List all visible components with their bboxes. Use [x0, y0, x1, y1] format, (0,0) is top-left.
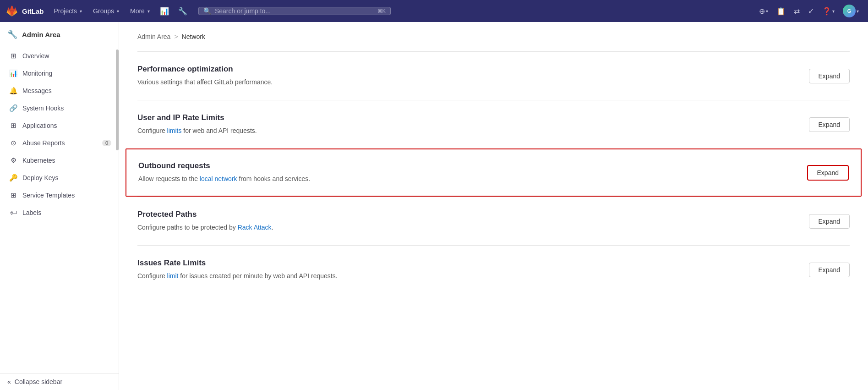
abuse-reports-icon: ⊙ [9, 139, 18, 147]
search-icon: 🔍 [203, 7, 211, 15]
section-user-ip-rate-limits-info: User and IP Rate Limits Configure limits… [137, 113, 800, 136]
breadcrumb: Admin Area > Network [137, 33, 850, 40]
section-protected-paths-desc: Configure paths to be protected by Rack … [137, 223, 800, 232]
more-label: More [130, 7, 145, 15]
collapse-sidebar-btn[interactable]: « Collapse sidebar [0, 373, 119, 390]
section-protected-paths-title: Protected Paths [137, 210, 800, 219]
sidebar-item-deploy-keys-label: Deploy Keys [22, 174, 59, 181]
issues-icon: ✓ [808, 7, 814, 16]
issues-limit-link[interactable]: limit [167, 272, 179, 280]
section-performance-optimization: Performance optimization Various setting… [137, 51, 850, 100]
projects-label: Projects [54, 7, 77, 15]
gitlab-logo[interactable]: GitLab [5, 5, 44, 17]
help-btn[interactable]: ❓ ▾ [819, 4, 838, 18]
breadcrumb-separator: > [174, 33, 178, 40]
help-icon: ❓ [822, 7, 831, 16]
expand-outbound-btn[interactable]: Expand [807, 165, 849, 181]
expand-protected-paths-btn[interactable]: Expand [809, 214, 850, 229]
search-placeholder: Search or jump to... [215, 7, 374, 15]
section-outbound-requests-title: Outbound requests [138, 161, 798, 170]
sidebar-item-applications[interactable]: ⊞ Applications [0, 117, 119, 134]
monitoring-icon: 📊 [9, 69, 18, 77]
local-network-link[interactable]: local network [200, 175, 237, 182]
section-user-ip-rate-limits-title: User and IP Rate Limits [137, 113, 800, 122]
nav-right-actions: ⊕ ▾ 📋 ⇄ ✓ ❓ ▾ G ▾ [755, 2, 863, 20]
messages-icon: 🔔 [9, 87, 18, 95]
sidebar-item-messages[interactable]: 🔔 Messages [0, 82, 119, 99]
mr-btn[interactable]: ⇄ [790, 4, 803, 18]
wrench-icon: 🔧 [178, 7, 187, 16]
deploy-keys-icon: 🔑 [9, 174, 18, 182]
scroll-indicator [116, 49, 119, 150]
groups-chevron-icon: ▾ [117, 9, 119, 14]
section-protected-paths: Protected Paths Configure paths to be pr… [137, 197, 850, 245]
sidebar-item-deploy-keys[interactable]: 🔑 Deploy Keys [0, 169, 119, 187]
sidebar-item-service-templates[interactable]: ⊞ Service Templates [0, 187, 119, 204]
sidebar-item-overview-label: Overview [22, 52, 49, 60]
sidebar-item-monitoring[interactable]: 📊 Monitoring [0, 65, 119, 82]
collapse-icon: « [7, 378, 11, 385]
more-nav-btn[interactable]: More ▾ [126, 5, 154, 17]
sidebar-title: Admin Area [22, 31, 60, 38]
help-chevron-icon: ▾ [832, 9, 835, 14]
section-issues-rate-limits-desc: Configure limit for issues created per m… [137, 271, 800, 281]
expand-rate-limits-btn[interactable]: Expand [809, 117, 850, 132]
section-performance-optimization-title: Performance optimization [137, 65, 800, 74]
section-performance-optimization-info: Performance optimization Various setting… [137, 65, 800, 87]
section-outbound-requests-desc: Allow requests to the local network from… [138, 174, 798, 184]
projects-chevron-icon: ▾ [80, 9, 82, 14]
sidebar-item-system-hooks-label: System Hooks [22, 104, 64, 112]
sidebar-item-abuse-reports[interactable]: ⊙ Abuse Reports 0 [0, 134, 119, 152]
content-area: Admin Area > Network Performance optimiz… [119, 22, 868, 390]
sidebar-item-abuse-reports-label: Abuse Reports [22, 139, 65, 147]
section-protected-paths-info: Protected Paths Configure paths to be pr… [137, 210, 800, 232]
breadcrumb-current: Network [182, 33, 205, 40]
rate-limits-link[interactable]: limits [167, 127, 182, 134]
sidebar: 🔧 Admin Area ⊞ Overview 📊 Monitoring 🔔 M… [0, 22, 119, 390]
sidebar-item-kubernetes[interactable]: ⚙ Kubernetes [0, 152, 119, 169]
breadcrumb-parent[interactable]: Admin Area [137, 33, 170, 40]
sidebar-item-labels-label: Labels [22, 209, 41, 216]
expand-performance-btn[interactable]: Expand [809, 69, 850, 83]
user-avatar-btn[interactable]: G ▾ [839, 2, 863, 20]
avatar: G [843, 5, 856, 17]
sidebar-item-monitoring-label: Monitoring [22, 70, 52, 77]
todo-btn[interactable]: 📋 [773, 4, 789, 18]
add-btn[interactable]: ⊕ ▾ [755, 4, 772, 18]
avatar-chevron-icon: ▾ [857, 9, 859, 14]
sidebar-item-kubernetes-label: Kubernetes [22, 157, 55, 164]
main-layout: 🔧 Admin Area ⊞ Overview 📊 Monitoring 🔔 M… [0, 22, 868, 390]
overview-icon: ⊞ [9, 52, 18, 60]
applications-icon: ⊞ [9, 121, 18, 130]
section-issues-rate-limits-title: Issues Rate Limits [137, 258, 800, 268]
groups-nav-btn[interactable]: Groups ▾ [88, 5, 124, 17]
kubernetes-icon: ⚙ [9, 156, 18, 165]
stats-icon: 📊 [160, 7, 169, 16]
projects-nav-btn[interactable]: Projects ▾ [49, 5, 87, 17]
top-navigation: GitLab Projects ▾ Groups ▾ More ▾ 📊 🔧 🔍 … [0, 0, 868, 22]
sidebar-item-applications-label: Applications [22, 122, 57, 129]
section-performance-optimization-desc: Various settings that affect GitLab perf… [137, 77, 800, 87]
wrench-icon-btn[interactable]: 🔧 [175, 4, 191, 18]
logo-text: GitLab [22, 7, 44, 15]
stats-icon-btn[interactable]: 📊 [156, 4, 173, 18]
expand-issues-btn[interactable]: Expand [809, 263, 850, 277]
sidebar-item-service-templates-label: Service Templates [22, 192, 75, 199]
section-user-ip-rate-limits-desc: Configure limits for web and API request… [137, 126, 800, 136]
admin-area-icon: 🔧 [7, 29, 17, 39]
sidebar-item-labels[interactable]: 🏷 Labels [0, 204, 119, 221]
sidebar-item-system-hooks[interactable]: 🔗 System Hooks [0, 99, 119, 117]
merge-request-icon: ⇄ [794, 7, 800, 16]
section-user-ip-rate-limits: User and IP Rate Limits Configure limits… [137, 100, 850, 148]
section-issues-rate-limits-info: Issues Rate Limits Configure limit for i… [137, 258, 800, 281]
search-box[interactable]: 🔍 Search or jump to... ⌘K [198, 7, 391, 15]
section-issues-rate-limits: Issues Rate Limits Configure limit for i… [137, 245, 850, 294]
search-shortcut: ⌘K [377, 8, 386, 14]
plus-icon: ⊕ [759, 7, 765, 16]
issues-btn[interactable]: ✓ [804, 4, 818, 18]
groups-label: Groups [93, 7, 114, 15]
abuse-reports-badge: 0 [102, 140, 111, 146]
section-outbound-requests: Outbound requests Allow requests to the … [126, 148, 862, 197]
rack-attack-link[interactable]: Rack Attack [238, 224, 272, 231]
sidebar-item-overview[interactable]: ⊞ Overview [0, 47, 119, 65]
